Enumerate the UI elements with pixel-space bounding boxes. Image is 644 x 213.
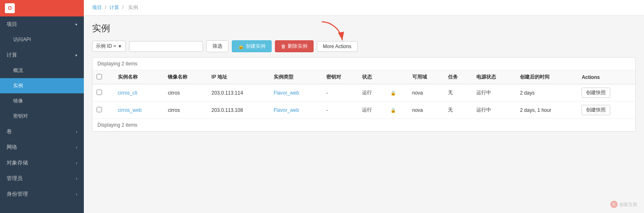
sidebar-item-project[interactable]: 项目 ▾	[0, 16, 84, 32]
col-keypair: 密钥对	[322, 70, 358, 84]
flavor-link[interactable]: Flavor_web	[274, 107, 299, 113]
row-keypair: -	[322, 84, 358, 102]
row-created: 2 days, 1 hour	[516, 102, 577, 119]
sidebar-item-label: 计算	[7, 51, 17, 59]
breadcrumb-project[interactable]: 项目	[92, 5, 102, 10]
trash-icon: 🗑	[281, 44, 286, 49]
breadcrumb-compute[interactable]: 计算	[109, 5, 119, 10]
watermark-logo: C	[610, 201, 618, 208]
toolbar: 示例 ID = ▼ 筛选 🔒 创建实例 🗑 删除实例	[92, 40, 636, 52]
sidebar-item-access-api[interactable]: 访问API	[0, 32, 84, 47]
row-az: nova	[408, 84, 444, 102]
row-status: 运行	[358, 102, 386, 119]
sidebar-item-label: 镜像	[13, 97, 23, 104]
filter-button[interactable]: 筛选	[206, 40, 229, 52]
sidebar: O 项目 ▾ 访问API 计算 ▾ 概况 实例 镜像 密钥对 卷 › 网络 › …	[0, 0, 84, 213]
row-checkbox	[92, 102, 114, 119]
chevron-down-icon: ▾	[75, 53, 77, 58]
row-az: nova	[408, 102, 444, 119]
col-actions: Actions	[577, 70, 635, 84]
col-az: 可用域	[408, 70, 444, 84]
row-image: cirros	[164, 84, 207, 102]
row-flavor: Flavor_web	[270, 84, 322, 102]
filter-label: 示例 ID =	[96, 43, 116, 50]
table-row: cirros_cli cirros 203.0.113.114 Flavor_w…	[92, 84, 635, 102]
breadcrumb: 项目 / 计算 / 实例	[84, 0, 644, 16]
chevron-right-icon: ›	[76, 145, 77, 150]
col-lock	[386, 70, 408, 84]
row-power: 运行中	[472, 102, 516, 119]
sidebar-item-compute[interactable]: 计算 ▾	[0, 47, 84, 63]
sidebar-item-overview[interactable]: 概况	[0, 63, 84, 78]
breadcrumb-sep1: /	[105, 5, 108, 10]
sidebar-item-images[interactable]: 镜像	[0, 93, 84, 109]
chevron-right-icon: ›	[76, 130, 77, 134]
lock-icon: 🔒	[390, 108, 396, 113]
sidebar-item-admin[interactable]: 管理员 ›	[0, 171, 84, 186]
instance-name-link[interactable]: cirros_web	[118, 107, 142, 113]
chevron-right-icon: ›	[76, 192, 77, 197]
table-display-info-bottom: Displaying 2 items	[92, 118, 635, 131]
sidebar-item-identity[interactable]: 身份管理 ›	[0, 186, 84, 202]
col-flavor: 实例类型	[270, 70, 322, 84]
row-lock: 🔒	[386, 102, 408, 119]
instances-table-container: Displaying 2 items 实例名称 镜像名称 IP 地址 实例类型 …	[92, 57, 636, 132]
lock-icon: 🔒	[238, 44, 244, 49]
row-ip: 203.0.113.114	[208, 84, 270, 102]
delete-instance-button[interactable]: 🗑 删除实例	[275, 40, 314, 52]
sidebar-item-label: 实例	[13, 82, 23, 89]
sidebar-item-volumes[interactable]: 卷 ›	[0, 124, 84, 139]
col-task: 任务	[444, 70, 472, 84]
create-instance-button[interactable]: 🔒 创建实例	[232, 40, 272, 52]
row-task: 无	[444, 102, 472, 119]
row-image: cirros	[164, 102, 207, 119]
filter-dropdown[interactable]: 示例 ID = ▼	[92, 41, 126, 52]
select-all-checkbox[interactable]	[97, 74, 102, 79]
row-select-checkbox[interactable]	[97, 90, 102, 95]
sidebar-item-label: 项目	[7, 21, 17, 28]
page-title: 实例	[92, 22, 636, 35]
row-actions: 创建快照	[577, 84, 635, 102]
row-flavor: Flavor_web	[270, 102, 322, 119]
sidebar-item-keypair[interactable]: 密钥对	[0, 109, 84, 124]
sidebar-item-label: 对象存储	[7, 159, 28, 167]
row-instance-name: cirros_web	[114, 102, 164, 119]
watermark-text: 创新互联	[619, 201, 637, 208]
sidebar-item-label: 网络	[7, 144, 17, 151]
sidebar-item-object-storage[interactable]: 对象存储 ›	[0, 155, 84, 171]
col-image-name: 镜像名称	[164, 70, 207, 84]
chevron-right-icon: ›	[76, 176, 77, 181]
sidebar-item-label: 概况	[13, 67, 23, 74]
col-instance-name: 实例名称	[114, 70, 164, 84]
flavor-link[interactable]: Flavor_web	[274, 90, 299, 96]
instances-table: 实例名称 镜像名称 IP 地址 实例类型 密钥对 状态 可用域 任务 电源状态 …	[92, 70, 635, 118]
row-task: 无	[444, 84, 472, 102]
sidebar-item-network[interactable]: 网络 ›	[0, 139, 84, 155]
sidebar-item-label: 密钥对	[13, 113, 28, 120]
instance-name-link[interactable]: cirros_cli	[118, 90, 137, 96]
create-snapshot-button[interactable]: 创建快照	[582, 88, 610, 98]
lock-icon: 🔒	[390, 90, 396, 95]
watermark: C 创新互联	[610, 201, 637, 208]
more-actions-button[interactable]: More Actions	[317, 41, 358, 52]
delete-instance-label: 删除实例	[288, 43, 307, 50]
col-status: 状态	[358, 70, 386, 84]
row-select-checkbox[interactable]	[97, 107, 102, 112]
row-created: 2 days	[516, 84, 577, 102]
search-input[interactable]	[129, 41, 203, 52]
content-area: 实例 示例 ID = ▼ 筛选 🔒 创建实例 🗑 删除实例	[84, 16, 644, 213]
row-status: 运行	[358, 84, 386, 102]
col-power: 电源状态	[472, 70, 516, 84]
sidebar-item-label: 管理员	[7, 175, 23, 182]
chevron-right-icon: ›	[76, 161, 77, 165]
breadcrumb-current: 实例	[128, 5, 138, 10]
sidebar-item-instances[interactable]: 实例	[0, 78, 84, 93]
row-actions: 创建快照	[577, 102, 635, 119]
row-ip: 203.0.113.108	[208, 102, 270, 119]
col-ip: IP 地址	[208, 70, 270, 84]
row-power: 运行中	[472, 84, 516, 102]
create-snapshot-button[interactable]: 创建快照	[582, 105, 610, 115]
sidebar-item-label: 访问API	[13, 36, 31, 43]
chevron-down-icon: ▾	[75, 22, 77, 27]
sidebar-item-label: 卷	[7, 128, 12, 135]
